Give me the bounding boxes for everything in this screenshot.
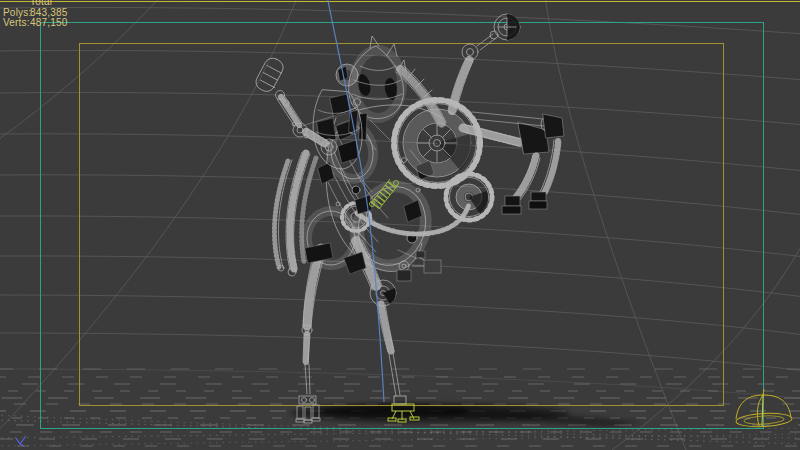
stats-verts-label: Verts: <box>3 18 30 29</box>
viewport-3d[interactable]: Total Polys:843,385 Verts:487,150 <box>0 0 800 450</box>
stats-verts-row: Verts:487,150 <box>0 18 68 29</box>
wireframe-model-horse-rider[interactable] <box>253 14 564 423</box>
viewport-statistics: Total Polys:843,385 Verts:487,150 <box>0 0 68 29</box>
stats-verts-value: 487,150 <box>30 18 68 29</box>
cast-shadow <box>290 403 645 427</box>
